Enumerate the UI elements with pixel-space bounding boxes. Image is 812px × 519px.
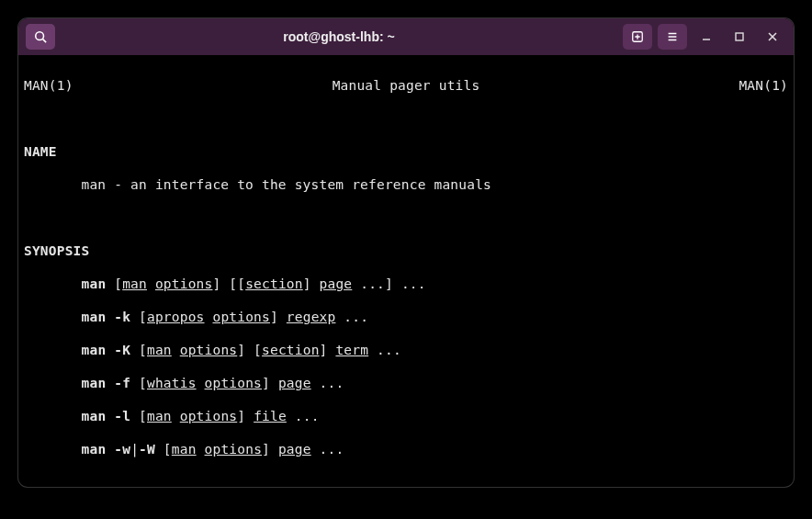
terminal-window: root@ghost-lhb: ~ MAN(1)Manual pager uti… [18, 18, 794, 487]
name-body: man - an interface to the system referen… [24, 176, 788, 193]
man-header: MAN(1)Manual pager utilsMAN(1) [24, 77, 788, 94]
svg-rect-9 [736, 33, 743, 40]
header-center: Manual pager utils [73, 77, 739, 94]
synopsis-line-2: man -k [apropos options] regexp ... [24, 309, 788, 325]
hamburger-icon [666, 30, 679, 43]
blank-line [24, 209, 788, 226]
search-icon [34, 30, 47, 43]
synopsis-line-6: man -w|-W [man options] page ... [24, 441, 788, 457]
maximize-button[interactable] [726, 24, 753, 50]
new-tab-button[interactable] [623, 24, 652, 50]
minimize-icon [701, 31, 712, 42]
svg-line-1 [43, 39, 47, 43]
menu-button[interactable] [658, 24, 687, 50]
synopsis-line-5: man -l [man options] file ... [24, 408, 788, 424]
window-title: root@ghost-lhb: ~ [61, 29, 617, 44]
maximize-icon [734, 31, 745, 42]
new-tab-icon [631, 30, 644, 43]
synopsis-line-3: man -K [man options] [section] term ... [24, 342, 788, 358]
header-left: MAN(1) [24, 77, 73, 94]
synopsis-line-4: man -f [whatis options] page ... [24, 375, 788, 391]
blank-line [24, 474, 788, 487]
minimize-button[interactable] [693, 24, 720, 50]
terminal-content[interactable]: MAN(1)Manual pager utilsMAN(1) NAME man … [18, 55, 794, 487]
titlebar: root@ghost-lhb: ~ [18, 18, 794, 55]
blank-line [24, 110, 788, 127]
name-heading: NAME [24, 143, 788, 160]
close-icon [767, 31, 778, 42]
header-right: MAN(1) [739, 77, 788, 94]
close-button[interactable] [759, 24, 786, 50]
synopsis-heading: SYNOPSIS [24, 243, 788, 259]
svg-point-0 [36, 32, 44, 40]
synopsis-line-1: man [man options] [[section] page ...] .… [24, 276, 788, 292]
search-button[interactable] [26, 24, 55, 50]
